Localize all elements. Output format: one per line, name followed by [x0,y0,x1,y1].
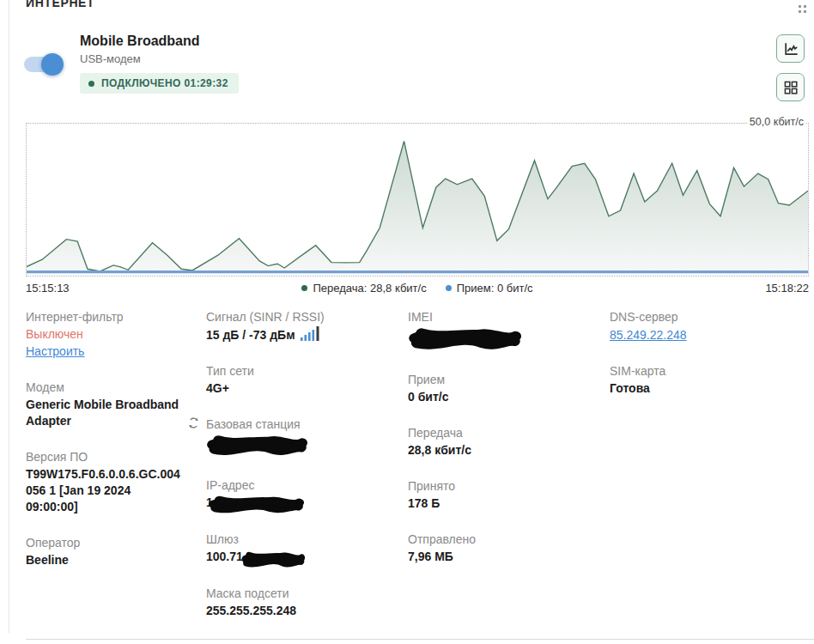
chart-footer: 15:15:13 Передача: 28,8 кбит/с Прием: 0 … [26,282,809,295]
detail-value-text: 0 бит/с [408,390,448,404]
legend-rx-text: Прием: 0 бит/с [457,282,533,295]
detail-column-3: DNS-сервер85.249.22.248SIM-картаГотова [610,309,809,639]
detail-label: Оператор [26,535,206,550]
chart-ymax-label: 50,0 кбит/с [747,116,806,128]
detail-label: IP-адрес [206,477,408,493]
detail-label: DNS-сервер [610,309,809,325]
status-dot-icon [88,81,94,87]
detail-column-0: Интернет-фильтрВыключенНастроитьМодемGen… [26,309,206,639]
chart-time-end: 15:18:22 [765,282,809,295]
detail-value-text: T99W175.F0.6.0.0.6.GC.004 056 1 [Jan 19 … [26,467,180,513]
detail-value: Beeline [26,552,194,568]
detail-label: Модем [26,380,206,395]
detail-label: Версия ПО [26,449,206,465]
detail-label: Принято [408,478,610,494]
chart-legend: Передача: 28,8 кбит/с Прием: 0 бит/с [301,282,532,295]
bottom-divider [26,639,814,640]
detail-item: DNS-сервер85.249.22.248 [610,309,809,343]
detail-item: Прием0 бит/с [408,372,610,405]
rx-dot-icon [446,285,452,291]
detail-item: IMEI [408,309,610,352]
detail-value: 7,96 МБ [408,549,610,565]
detail-label: SIM-карта [610,363,809,379]
detail-value: T99W175.F0.6.0.0.6.GC.004 056 1 [Jan 19 … [26,466,194,515]
detail-value-text: Готова [610,381,650,395]
redacted-scribble [408,326,521,352]
detail-label: Интернет-фильтр [26,309,206,325]
redacted-scribble [241,550,305,569]
detail-label: Базовая станция [206,416,408,432]
detail-value: 255.255.255.248 [206,603,408,619]
detail-item: Передача28,8 кбит/с [408,425,610,459]
detail-label: Отправлено [408,532,610,547]
detail-label: Шлюз [206,532,408,547]
detail-item: Отправлено7,96 МБ [408,532,610,565]
detail-item: Базовая станция [206,416,408,458]
detail-value: 4G+ [206,380,408,397]
detail-value [206,434,408,458]
detail-label: Сигнал (SINR / RSSI) [206,309,408,325]
detail-label: Маска подсети [206,586,408,601]
interface-name: Mobile Broadband [80,33,239,50]
detail-label: Прием [408,372,610,387]
detail-value: 0 бит/с [408,389,610,405]
toggle-knob [41,53,64,76]
grid-view-button[interactable] [776,73,805,101]
redacted-scribble [208,495,304,515]
detail-value: 100.71. [206,549,408,565]
interface-info: Mobile Broadband USB-модем ПОДКЛЮЧЕНО 01… [80,33,239,94]
detail-item: Сигнал (SINR / RSSI)15 дБ / -73 дБм [206,309,408,343]
detail-item: SIM-картаГотова [610,363,809,397]
detail-value-text: 28,8 кбит/с [408,443,471,457]
drag-handle-icon[interactable] [799,5,806,13]
detail-item: IP-адрес1 [206,477,408,512]
detail-label: Тип сети [206,363,408,379]
detail-value: 1 [206,495,408,512]
detail-item: Принято178 Б [408,478,610,512]
detail-value-text: Generic Mobile Broadband Adapter [26,398,179,428]
detail-value-text: Выключен [26,327,83,341]
detail-value-text: 15 дБ / -73 дБм [206,328,295,342]
detail-value: Выключен [26,326,194,343]
detail-label: IMEI [408,309,610,325]
signal-bars-icon [301,326,320,341]
detail-value [408,326,610,352]
connection-details: Интернет-фильтрВыключенНастроитьМодемGen… [26,309,809,639]
detail-link[interactable]: Настроить [26,343,84,360]
detail-item: ОператорBeeline [26,535,206,568]
status-badge: ПОДКЛЮЧЕНО 01:29:32 [80,73,239,94]
detail-value-text: 178 Б [408,496,440,510]
detail-item: Маска подсети255.255.255.248 [206,586,408,619]
legend-item-rx: Прием: 0 бит/с [446,282,533,295]
detail-value-text: 255.255.255.248 [206,604,296,617]
detail-item: Тип сети4G+ [206,363,408,397]
detail-link[interactable]: 85.249.22.248 [610,327,687,343]
tx-dot-icon [301,285,307,291]
detail-value-text: 100.71. [206,550,246,563]
detail-value-text: 4G+ [206,381,229,395]
detail-item: Шлюз100.71. [206,532,408,565]
refresh-icon[interactable] [186,416,201,430]
detail-value-text: 7,96 МБ [408,550,453,563]
legend-tx-text: Передача: 28,8 кбит/с [313,282,426,295]
interface-subtitle: USB-модем [80,52,239,65]
rx-line [27,270,808,273]
detail-column-1: Сигнал (SINR / RSSI)15 дБ / -73 дБм Тип … [206,309,408,639]
detail-item: Версия ПОT99W175.F0.6.0.0.6.GC.004 056 1… [26,449,206,515]
traffic-chart-svg [27,124,808,276]
status-text: ПОДКЛЮЧЕНО 01:29:32 [101,77,228,89]
redacted-scribble [206,434,307,458]
traffic-chart: 50,0 кбит/с [26,123,809,276]
detail-value: Готова [610,380,809,397]
detail-item: Интернет-фильтрВыключенНастроить [26,309,206,360]
line-chart-icon [782,40,799,58]
card-left-border [9,0,9,633]
detail-value-text: Beeline [26,553,69,567]
chart-view-button[interactable] [776,34,805,63]
detail-column-2: IMEI Прием0 бит/сПередача28,8 кбит/сПрин… [408,309,610,639]
tx-area-fill [27,141,808,274]
detail-value: 15 дБ / -73 дБм [206,326,408,343]
detail-value: 178 Б [408,495,610,512]
interface-toggle[interactable] [24,57,62,72]
legend-item-tx: Передача: 28,8 кбит/с [301,282,426,295]
